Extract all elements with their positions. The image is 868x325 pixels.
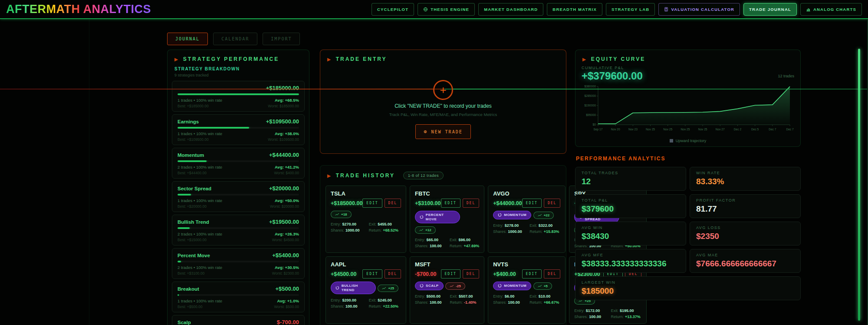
strategy-worst: Worst: $109500.00 [268,137,299,142]
stat-avg-mae: AVG MAE $7666.666666666667 [690,249,801,273]
trade-symbol: FBTC [415,190,479,197]
delete-button[interactable]: DEL [385,269,401,279]
trend-tag-label: +25 [388,286,394,290]
trade-count-badge: 1-8 of 12 trades [403,172,444,179]
trade-history-panel: ▶ TRADE HISTORY 1-8 of 12 trades TSLA +$… [320,165,566,325]
panel-title: TRADE HISTORY [336,172,395,179]
edit-button[interactable]: EDIT [441,199,460,208]
trade-details: Entry:$65.00Exit:$96.00Shares:100.00Retu… [415,238,479,248]
legend-label: Upward trajectory [676,139,707,143]
delete-button[interactable]: DEL [544,199,560,208]
strategy-pnl: +$500.00 [275,285,299,292]
strategy-pnl: +$185000.00 [266,85,299,91]
trade-pnl: +$44000.00 [493,200,522,206]
nav-valuation-calculator[interactable]: VALUATION CALCULATOR [658,3,740,16]
stat-avg-win: AVG WIN $38430 [575,222,686,245]
trend-tag: +22 [533,212,554,219]
nav-cyclepilot[interactable]: CYCLEPILOT [372,3,414,16]
panel-arrow-icon: ▶ [582,57,587,62]
strategy-trades: 2 trades • 100% win rate [178,232,222,236]
trades-count-note: 12 trades [778,74,794,78]
nav-breadth-matrix[interactable]: BREADTH MATRIX [547,3,602,16]
nav-label: BREADTH MATRIX [552,7,597,12]
edit-button[interactable]: EDIT [441,269,460,279]
nav-trade-journal[interactable]: TRADE JOURNAL [743,3,797,16]
strategy-trades: 1 trades • 100% win rate [178,98,222,103]
trend-tag-label: +5 [544,284,548,288]
strategy-item[interactable]: Percent Move +$5400.00 2 trades • 100% w… [172,248,305,279]
legend-checkbox [670,139,673,143]
new-trade-subhint: Track P&L, Win Rate, MFE/MAE, and Perfor… [389,112,497,117]
new-trade-button[interactable]: ⊕ NEW TRADE [415,124,470,139]
strategy-progress-bar [178,227,299,229]
trade-pnl: +$4500.00 [331,271,356,277]
nav-strategy-lab[interactable]: STRATEGY LAB [606,3,655,16]
stat-label: WIN RATE [696,171,794,175]
edit-button[interactable]: EDIT [362,199,382,208]
strategy-list: +$185000.00 1 trades • 100% win rate Avg… [168,81,309,325]
app-logo: AFTERMATH ANALYTICS [6,3,151,16]
svg-text:Dec 5: Dec 5 [751,128,759,131]
nav-market-dashboard[interactable]: MARKET DASHBOARD [478,3,543,16]
svg-text:Dec 7: Dec 7 [769,128,776,131]
trade-return: Return:-1.40% [450,300,480,305]
tab-calendar[interactable]: CALENDAR [213,33,257,45]
tab-journal[interactable]: JOURNAL [167,33,208,45]
cumulative-pnl-label: CUMULATIVE P&L [582,66,794,70]
strategy-item[interactable]: Earnings +$109500.00 1 trades • 100% win… [172,114,305,145]
stat-profit-factor: PROFIT FACTOR 81.77 [690,194,801,218]
strategy-name: Bullish Trend [178,219,209,225]
globe-icon [423,7,428,12]
trade-return: Return:+13.37% [611,315,641,319]
strategy-avg: Avg: +41.2% [275,165,299,169]
panel-arrow-icon: ▶ [327,173,332,178]
strategy-item[interactable]: Bullish Trend +$19500.00 2 trades • 100%… [172,215,305,245]
strategy-item[interactable]: +$185000.00 1 trades • 100% win rate Avg… [172,81,305,112]
strategy-avg: Avg: +50.0% [275,198,299,203]
strategy-name: Earnings [178,119,199,124]
trend-tag: -25 [445,282,465,290]
edit-button[interactable]: EDIT [522,199,542,208]
svg-text:Nov 27: Nov 27 [716,128,725,131]
strategy-item[interactable]: Scalp $-700.00 1 trades • 0% win rate Av… [172,315,305,325]
svg-text:Sep 17: Sep 17 [594,128,603,131]
trend-tag-label: +12 [425,228,431,232]
stat-value: $2350 [696,232,794,241]
delete-button[interactable]: DEL [463,269,479,279]
trend-tag: +12 [415,226,436,234]
topbar: AFTERMATH ANALYTICS CYCLEPILOTTHESIS ENG… [0,0,868,19]
trade-card: MSFT -$700.00 EDIT DEL SCALP -25 Entry:$… [410,256,484,324]
loop-icon [498,213,502,217]
strategy-trades: 2 trades • 100% win rate [178,165,222,169]
delete-button[interactable]: DEL [463,199,479,208]
delete-button[interactable]: DEL [385,199,401,208]
panel-title: STRATEGY PERFORMANCE [183,56,279,62]
edit-button[interactable]: EDIT [362,269,382,279]
tab-import[interactable]: IMPORT [263,33,300,45]
nav-thesis-engine[interactable]: THESIS ENGINE [418,3,475,16]
delete-button[interactable]: DEL [544,269,560,279]
strategy-item[interactable]: Momentum +$44400.00 2 trades • 100% win … [172,148,305,179]
trade-symbol: AAPL [331,261,401,268]
strategy-avg: Avg: +68.5% [275,98,299,103]
strategy-trades: 1 trades • 100% win rate [178,198,222,203]
nav-analog-charts[interactable]: ANALOG CHARTS [800,3,862,16]
scrollbar-thumb[interactable] [858,49,860,321]
stat-label: PROFIT FACTOR [696,198,794,202]
strategy-best: Best: +$44400.00 [178,171,207,175]
trade-exit: Exit:$96.00 [450,238,479,242]
trade-entry: Entry:$200.00 [331,298,366,302]
edit-button[interactable]: EDIT [522,269,542,279]
bar-chart-icon [806,7,811,12]
trade-exit: Exit:$195.00 [611,308,641,313]
strategy-avg: Avg: +1.0% [277,298,299,303]
strategy-pill: MOMENTUM [493,282,531,290]
strategy-pnl: +$20000.00 [269,185,299,192]
strategy-item[interactable]: Sector Spread +$20000.00 1 trades • 100%… [172,181,305,212]
loop-icon [498,284,502,288]
panel-arrow-icon: ▶ [174,57,179,62]
strategy-item[interactable]: Breakout +$500.00 1 trades • 100% win ra… [172,282,305,312]
trade-card: TSLA +$185000.00 EDIT DEL +18 Entry:$270… [326,186,406,253]
trade-symbol: AVGO [493,190,560,197]
trade-card-grid: TSLA +$185000.00 EDIT DEL +18 Entry:$270… [320,182,566,324]
